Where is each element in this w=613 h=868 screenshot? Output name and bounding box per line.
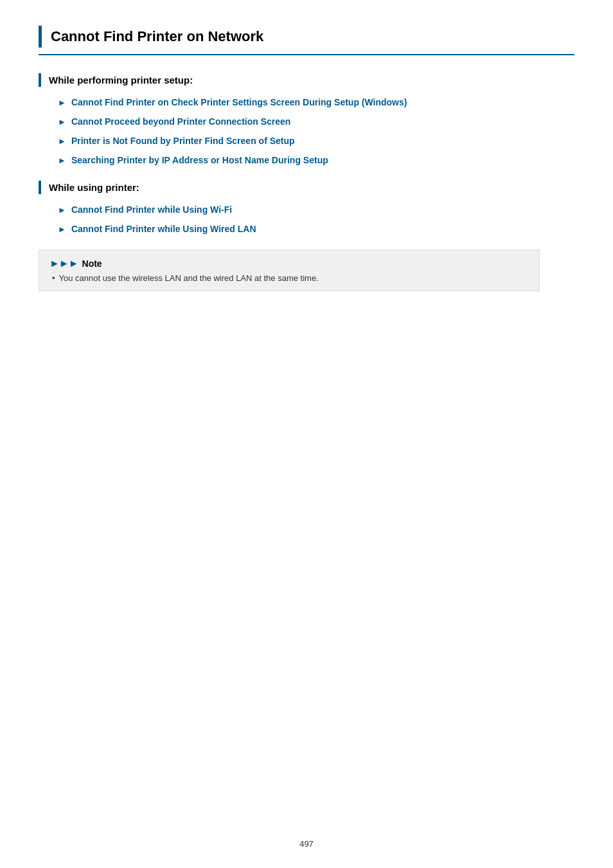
page-title: Cannot Find Printer on Network xyxy=(51,26,263,48)
arrow-icon: ► xyxy=(58,117,66,127)
arrow-icon: ► xyxy=(58,224,66,234)
link-check-settings[interactable]: Cannot Find Printer on Check Printer Set… xyxy=(71,97,407,107)
section-bar-using xyxy=(39,181,41,194)
arrow-icon: ► xyxy=(58,98,66,107)
arrow-icon: ► xyxy=(58,205,66,215)
page-number: 497 xyxy=(299,839,314,849)
note-text: You cannot use the wireless LAN and the … xyxy=(59,273,319,283)
note-bullet: • xyxy=(52,273,55,283)
note-icon: ►►► xyxy=(49,258,78,269)
setup-section-heading: While performing printer setup: xyxy=(39,73,574,87)
note-section: ►►► Note • You cannot use the wireless L… xyxy=(39,249,540,291)
list-item: ► Cannot Find Printer while Using Wi-Fi xyxy=(58,204,574,215)
note-content: • You cannot use the wireless LAN and th… xyxy=(52,273,529,283)
link-wifi[interactable]: Cannot Find Printer while Using Wi-Fi xyxy=(71,204,232,215)
link-find-screen[interactable]: Printer is Not Found by Printer Find Scr… xyxy=(71,136,295,146)
page-container: Cannot Find Printer on Network While per… xyxy=(0,0,613,868)
arrow-icon: ► xyxy=(58,156,66,165)
setup-links-list: ► Cannot Find Printer on Check Printer S… xyxy=(58,97,574,165)
section-bar-setup xyxy=(39,73,41,87)
link-wired-lan[interactable]: Cannot Find Printer while Using Wired LA… xyxy=(71,224,256,234)
using-heading: While using printer: xyxy=(49,181,139,194)
arrow-icon: ► xyxy=(58,136,66,146)
list-item: ► Cannot Find Printer on Check Printer S… xyxy=(58,97,574,107)
main-title-section: Cannot Find Printer on Network xyxy=(39,26,574,55)
list-item: ► Cannot Proceed beyond Printer Connecti… xyxy=(58,116,574,127)
note-header: ►►► Note xyxy=(49,258,529,269)
page-footer: 497 xyxy=(299,839,314,849)
setup-heading: While performing printer setup: xyxy=(49,73,193,87)
using-section-heading: While using printer: xyxy=(39,181,574,194)
link-search-address[interactable]: Searching Printer by IP Address or Host … xyxy=(71,155,328,165)
list-item: ► Printer is Not Found by Printer Find S… xyxy=(58,136,574,146)
note-label: Note xyxy=(82,258,102,269)
using-links-list: ► Cannot Find Printer while Using Wi-Fi … xyxy=(58,204,574,234)
note-item: • You cannot use the wireless LAN and th… xyxy=(52,273,529,283)
link-connection-screen[interactable]: Cannot Proceed beyond Printer Connection… xyxy=(71,116,291,127)
list-item: ► Cannot Find Printer while Using Wired … xyxy=(58,224,574,234)
list-item: ► Searching Printer by IP Address or Hos… xyxy=(58,155,574,165)
main-title-bar xyxy=(39,26,42,48)
